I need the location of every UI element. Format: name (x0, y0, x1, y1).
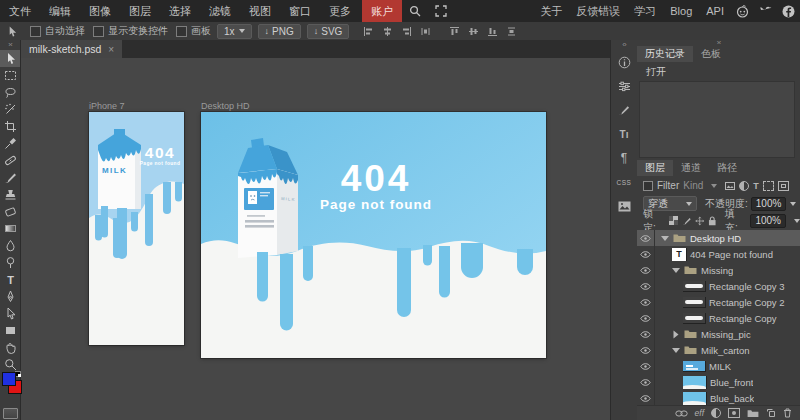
layer-row[interactable]: T Missing_pic (637, 326, 800, 342)
visibility-eye-icon[interactable] (637, 246, 655, 262)
layer-row[interactable]: T MILK (637, 358, 800, 374)
adjustment-layer-icon[interactable] (711, 408, 721, 418)
path-select-tool[interactable] (0, 305, 20, 322)
menu-item[interactable]: 选择 (160, 0, 200, 22)
auto-select-checkbox[interactable] (30, 26, 41, 37)
lock-all-icon[interactable] (708, 216, 717, 226)
menu-link[interactable]: 学习 (627, 0, 663, 22)
menu-item[interactable]: 图层 (120, 0, 160, 22)
kind-dropdown[interactable]: Kind (683, 180, 703, 191)
filter-shape-icon[interactable] (763, 181, 774, 191)
marquee-tool[interactable] (0, 67, 20, 84)
shape-tool[interactable] (0, 322, 20, 339)
info-panel-icon[interactable] (611, 50, 637, 74)
lock-position-icon[interactable] (695, 216, 704, 226)
pen-tool[interactable] (0, 288, 20, 305)
type-tool[interactable]: T (0, 271, 20, 288)
opacity-caret[interactable] (790, 202, 796, 206)
filter-adjustment-icon[interactable] (739, 181, 749, 191)
distribute-h-icon[interactable] (420, 26, 431, 37)
menu-link[interactable]: 反馈错误 (569, 0, 627, 22)
dodge-tool[interactable] (0, 254, 20, 271)
healing-brush-tool[interactable] (0, 152, 20, 169)
export-svg-button[interactable]: ↓SVG (307, 24, 350, 39)
menu-link[interactable]: API (699, 0, 731, 22)
visibility-eye-icon[interactable] (637, 310, 655, 326)
brush-tool[interactable] (0, 169, 20, 186)
layer-effects-icon[interactable]: eff (695, 408, 704, 418)
menu-item[interactable]: 编辑 (40, 0, 80, 22)
filter-type-icon[interactable]: T (753, 181, 759, 191)
keyboard-shortcuts-icon[interactable] (3, 408, 18, 419)
facebook-icon[interactable] (782, 5, 795, 18)
brush-panel-icon[interactable] (611, 98, 637, 122)
reddit-icon[interactable] (736, 5, 749, 18)
layer-row[interactable]: T Milk_carton (637, 342, 800, 358)
scale-dropdown[interactable]: 1x (217, 24, 252, 39)
document-tab[interactable]: milk-sketch.psd × (21, 40, 122, 58)
close-tab-icon[interactable]: × (108, 44, 114, 55)
link-layers-icon[interactable] (675, 410, 688, 417)
distribute-v-icon[interactable] (506, 26, 517, 37)
lasso-tool[interactable] (0, 84, 20, 101)
account-button[interactable]: 账户 (362, 0, 402, 22)
menu-item[interactable]: 滤镜 (200, 0, 240, 22)
layer-row[interactable]: T 404 Page not found (637, 246, 800, 262)
character-panel-icon[interactable]: Tı (611, 122, 637, 146)
artboard-iphone[interactable]: MILK 404 Page not found (89, 112, 184, 345)
panel-tab[interactable]: 通道 (673, 160, 709, 176)
new-group-icon[interactable] (747, 409, 759, 418)
gradient-tool[interactable] (0, 220, 20, 237)
magic-wand-tool[interactable] (0, 101, 20, 118)
panel-tab[interactable]: 图层 (637, 160, 673, 176)
visibility-eye-icon[interactable] (637, 230, 655, 246)
visibility-eye-icon[interactable] (637, 358, 655, 374)
align-middle-icon[interactable] (468, 26, 479, 37)
menu-link[interactable]: Blog (663, 0, 699, 22)
menu-item[interactable]: 窗口 (280, 0, 320, 22)
layer-row[interactable]: T Blue_back (637, 390, 800, 405)
artboard-checkbox[interactable] (176, 26, 187, 37)
fill-value[interactable]: 100% (750, 214, 786, 228)
align-top-icon[interactable] (449, 26, 460, 37)
blur-tool[interactable] (0, 237, 20, 254)
layer-row[interactable]: T Blue_front (637, 374, 800, 390)
align-right-icon[interactable] (401, 26, 412, 37)
filter-pixel-icon[interactable] (725, 182, 735, 190)
new-layer-icon[interactable] (766, 408, 776, 418)
foreground-color-swatch[interactable] (2, 372, 16, 386)
menu-item[interactable]: 视图 (240, 0, 280, 22)
opacity-value[interactable]: 100% (751, 197, 787, 211)
lock-pixels-icon[interactable] (682, 216, 691, 226)
layer-row[interactable]: T Desktop HD (637, 230, 800, 246)
filter-smart-icon[interactable] (778, 181, 789, 191)
paragraph-panel-icon[interactable]: ¶ (611, 146, 637, 170)
properties-panel-icon[interactable] (611, 74, 637, 98)
eyedropper-tool[interactable] (0, 135, 20, 152)
clone-stamp-tool[interactable] (0, 186, 20, 203)
expand-caret-icon[interactable] (672, 348, 680, 353)
move-tool[interactable] (0, 50, 20, 67)
twitter-icon[interactable] (759, 5, 772, 18)
layer-row[interactable]: T Rectangle Copy 3 (637, 278, 800, 294)
menu-item[interactable]: 图像 (80, 0, 120, 22)
menu-item[interactable]: 文件 (0, 0, 40, 22)
menu-item[interactable]: 更多 (320, 0, 360, 22)
layer-row[interactable]: T Rectangle Copy 2 (637, 294, 800, 310)
expand-caret-icon[interactable] (674, 330, 679, 338)
layer-mask-icon[interactable] (728, 408, 740, 418)
collapse-tools-handle[interactable]: ›‹ (0, 40, 20, 50)
collapse-strip-handle[interactable]: ‹› (611, 40, 637, 50)
expand-caret-icon[interactable] (661, 236, 669, 241)
menu-link[interactable]: 关于 (533, 0, 569, 22)
artboard-desktop[interactable]: MILK 404 Page not found (201, 112, 546, 358)
fill-caret[interactable] (794, 219, 800, 223)
visibility-eye-icon[interactable] (637, 390, 655, 405)
align-bottom-icon[interactable] (487, 26, 498, 37)
lock-transparency-icon[interactable] (669, 216, 678, 225)
visibility-eye-icon[interactable] (637, 294, 655, 310)
css-panel-icon[interactable]: CSS (611, 170, 637, 194)
export-png-button[interactable]: ↓PNG (258, 24, 301, 39)
hand-tool[interactable] (0, 339, 20, 356)
panel-tab[interactable]: 色板 (693, 46, 729, 62)
